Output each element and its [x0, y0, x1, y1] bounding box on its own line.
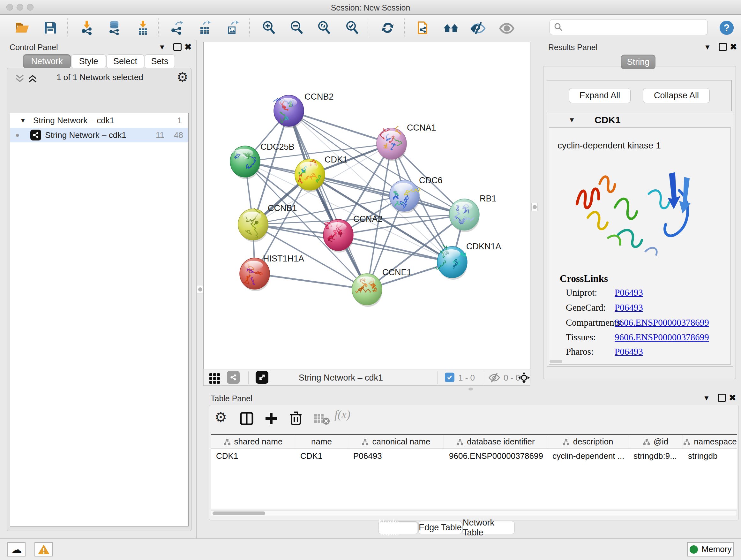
network-tree-child-row[interactable]: ● String Network – cdk1 11 48	[10, 128, 188, 142]
save-session-icon[interactable]	[43, 20, 58, 36]
homes-icon[interactable]	[443, 20, 459, 36]
zoom-in-icon[interactable]	[261, 20, 277, 36]
svg-text:CCNE1: CCNE1	[382, 267, 412, 277]
cell-namespace[interactable]: stringdb	[683, 449, 737, 463]
control-panel-float-icon[interactable]	[173, 43, 182, 51]
search-bar[interactable]	[549, 19, 708, 35]
cdk1-collapse-icon[interactable]: ▼	[568, 116, 576, 124]
attribute-type-icon	[456, 438, 464, 445]
cdk1-details: cyclin-dependent kinase 1 CrossLinks	[549, 127, 731, 365]
toolbar-separator	[249, 18, 250, 37]
expand-all-button[interactable]: Expand All	[569, 88, 630, 103]
column-header[interactable]: @id	[628, 435, 683, 449]
table-row[interactable]: CDK1 CDK1 P06493 9606.ENSP00000378699 cy…	[211, 449, 737, 463]
export-network-icon[interactable]	[169, 20, 185, 36]
column-header[interactable]: name	[295, 435, 348, 449]
network-share-icon[interactable]	[227, 371, 240, 384]
column-header[interactable]: namespace	[683, 435, 737, 449]
delete-column-trash-icon[interactable]	[289, 411, 303, 426]
export-image-icon[interactable]	[224, 20, 240, 36]
network-tree: ▼ String Network – cdk1 1 ● String Netwo…	[10, 113, 189, 526]
open-session-icon[interactable]	[14, 20, 30, 36]
column-header[interactable]: description	[547, 435, 628, 449]
help-icon[interactable]: ?	[719, 20, 735, 36]
right-splitter-handle[interactable]	[531, 203, 538, 211]
network-view-toolbar: String Network – cdk1 1 - 0 0 - 0	[203, 369, 530, 386]
tab-style[interactable]: Style	[71, 54, 106, 68]
network-view-canvas[interactable]: CCNB2CCNA1CDC25BCDK1CDC6RB1CCNB1CCNA2CDK…	[203, 42, 530, 369]
string-results-container: Expand All Collapse All ▼ CDK1 cyclin-de…	[543, 66, 736, 379]
crosslink-row: Compartments: 9606.ENSP00000378699	[566, 317, 709, 328]
table-options-gear-icon[interactable]: ⚙	[214, 409, 227, 425]
zoom-fit-icon[interactable]	[316, 20, 332, 36]
left-splitter-handle[interactable]	[197, 285, 203, 294]
function-builder-icon: f(x)	[334, 408, 350, 421]
cell-id[interactable]: stringdb:9...	[628, 449, 683, 463]
show-columns-icon[interactable]	[240, 412, 254, 426]
crosslink-link[interactable]: P06493	[615, 287, 643, 298]
search-input[interactable]	[563, 23, 700, 32]
crosslink-link[interactable]: P06493	[615, 347, 643, 357]
tab-select[interactable]: Select	[106, 54, 144, 68]
control-panel-collapse-icon[interactable]: ▼	[158, 44, 165, 51]
hide-selected-eye-icon[interactable]	[470, 20, 486, 36]
table-scrollbar-thumb[interactable]	[212, 511, 265, 515]
cloud-icon: ☁	[11, 544, 22, 555]
tab-node-table[interactable]: Node Table	[378, 521, 418, 534]
network-options-gear-icon[interactable]: ⚙	[177, 69, 189, 85]
show-eye-icon[interactable]	[499, 20, 515, 36]
import-network-icon[interactable]	[79, 20, 95, 36]
collapse-all-button[interactable]: Collapse All	[643, 88, 710, 103]
crosslink-link[interactable]: 9606.ENSP00000378699	[615, 332, 709, 343]
tab-network-table[interactable]: Network Table	[462, 521, 515, 534]
table-header-row: shared name name canonical name database…	[211, 435, 737, 449]
share-document-icon[interactable]	[415, 20, 431, 36]
tab-edge-table[interactable]: Edge Table	[418, 521, 462, 534]
table-horizontal-scrollbar[interactable]	[211, 510, 737, 516]
zoom-out-icon[interactable]	[289, 20, 305, 36]
delete-table-icon	[313, 413, 330, 425]
cell-canonical-name[interactable]: P06493	[348, 449, 444, 463]
memory-button[interactable]: Memory	[687, 542, 734, 557]
table-panel-collapse-icon[interactable]: ▼	[703, 395, 710, 401]
cell-name[interactable]: CDK1	[295, 449, 348, 463]
tab-string[interactable]: String	[621, 55, 656, 69]
results-panel-close-icon[interactable]: ✖	[730, 43, 737, 51]
column-header[interactable]: shared name	[211, 435, 295, 449]
cell-shared-name[interactable]: CDK1	[211, 449, 295, 463]
zoom-selected-icon[interactable]	[344, 20, 360, 36]
fit-content-crosshair-icon[interactable]	[518, 372, 530, 384]
birdseye-grid-icon[interactable]	[209, 373, 220, 384]
horizontal-splitter-handle[interactable]	[468, 388, 473, 390]
selected-nodes-checkbox[interactable]	[445, 373, 455, 382]
network-tree-root-row[interactable]: ▼ String Network – cdk1 1	[10, 113, 188, 128]
crosslink-row: Uniprot: P06493	[566, 287, 643, 298]
crosslink-link[interactable]: 9606.ENSP00000378699	[615, 317, 709, 328]
tab-network[interactable]: Network	[23, 54, 71, 68]
tab-sets[interactable]: Sets	[145, 54, 175, 68]
results-hscroll-thumb[interactable]	[549, 360, 562, 363]
import-table-icon[interactable]	[135, 20, 151, 36]
tree-expander-icon[interactable]: ▼	[20, 117, 26, 124]
crosslink-link[interactable]: P06493	[615, 302, 643, 313]
cloud-button[interactable]: ☁	[7, 542, 25, 557]
toolbar-separator	[437, 371, 438, 384]
column-header[interactable]: database identifier	[444, 435, 547, 449]
cell-database-identifier[interactable]: 9606.ENSP00000378699	[444, 449, 547, 463]
results-panel-collapse-icon[interactable]: ▼	[704, 44, 711, 51]
column-header[interactable]: canonical name	[348, 435, 444, 449]
string-network-graph[interactable]: CCNB2CCNA1CDC25BCDK1CDC6RB1CCNB1CCNA2CDK…	[204, 42, 530, 369]
table-panel-float-icon[interactable]	[718, 394, 726, 402]
refresh-icon[interactable]	[380, 20, 396, 36]
add-column-plus-icon[interactable]	[264, 412, 278, 426]
open-in-window-icon[interactable]	[256, 371, 268, 384]
export-table-icon[interactable]	[197, 20, 213, 36]
cell-description[interactable]: cyclin-dependent ...	[547, 449, 628, 463]
results-panel-float-icon[interactable]	[719, 43, 727, 51]
collapse-all-networks-icon[interactable]	[27, 74, 38, 83]
control-panel-close-icon[interactable]: ✖	[185, 43, 192, 51]
table-panel-close-icon[interactable]: ✖	[729, 394, 736, 402]
import-network-database-icon[interactable]	[106, 20, 122, 36]
warnings-button[interactable]	[35, 542, 53, 557]
expand-all-networks-icon[interactable]	[14, 74, 25, 83]
